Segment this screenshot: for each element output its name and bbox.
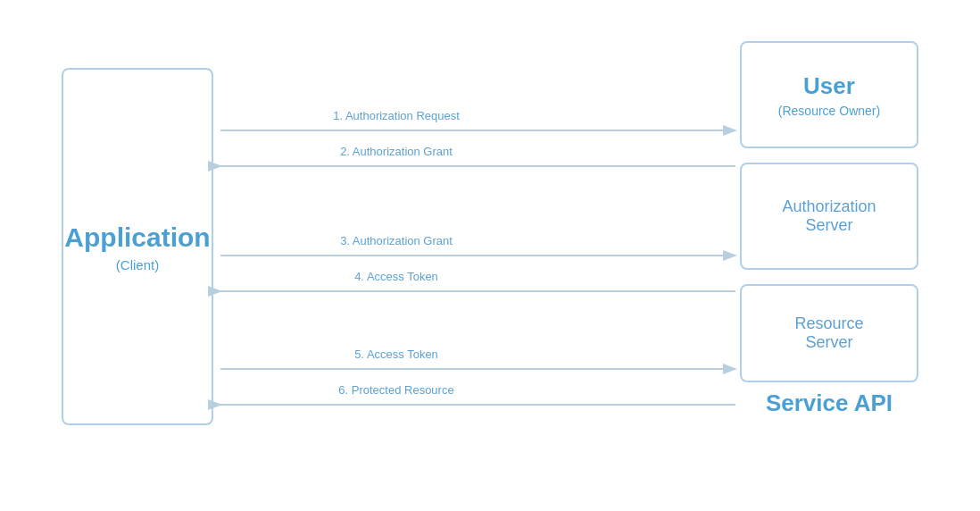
service-api-label: Service API (740, 390, 918, 417)
diagram: Application (Client) User (Resource Owne… (53, 23, 927, 488)
resource-server-line2: Server (805, 333, 852, 352)
auth-server-line2: Server (805, 216, 852, 235)
user-subtitle: (Resource Owner) (778, 104, 880, 118)
arrow-label-2: 2. Authorization Grant (340, 145, 453, 158)
user-title: User (803, 72, 855, 100)
resource-server-line1: Resource (794, 314, 863, 333)
right-panel: User (Resource Owner) Authorization Serv… (740, 41, 918, 417)
resource-server-box: Resource Server (740, 284, 918, 382)
arrow-label-6: 6. Protected Resource (338, 383, 453, 397)
application-box: Application (Client) (62, 68, 213, 425)
arrow-label-1: 1. Authorization Request (333, 109, 460, 122)
application-title: Application (64, 222, 210, 254)
user-box: User (Resource Owner) (740, 41, 918, 148)
authorization-server-box: Authorization Server (740, 163, 918, 270)
service-api-text: Service API (766, 390, 893, 416)
arrow-label-4: 4. Access Token (354, 270, 438, 283)
arrow-label-5: 5. Access Token (354, 348, 438, 361)
application-subtitle: (Client) (116, 257, 159, 272)
auth-server-line1: Authorization (782, 197, 876, 216)
arrow-label-3: 3. Authorization Grant (340, 234, 453, 247)
